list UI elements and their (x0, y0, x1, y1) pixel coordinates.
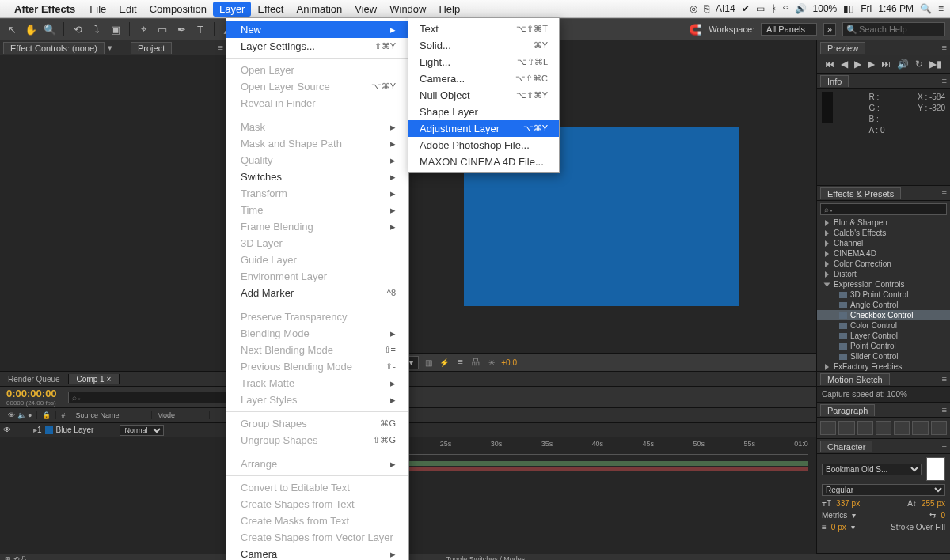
layer-menu-switches[interactable]: Switches▸ (226, 168, 408, 185)
layer-menu-add-marker[interactable]: Add Marker^8 (226, 285, 408, 301)
fx-item-angle-control[interactable]: Angle Control (817, 300, 950, 310)
effects-search[interactable]: ⌕▾ (820, 203, 947, 215)
fx-cat-color-correction[interactable]: Color Correction (817, 259, 950, 269)
fx-item-3d-point-control[interactable]: 3D Point Control (817, 289, 950, 300)
layer-menu-camera[interactable]: Camera▸ (226, 546, 408, 560)
tracking-value[interactable]: 0 (940, 511, 945, 520)
camera-tool[interactable]: ▣ (108, 22, 123, 36)
workspace-chevron[interactable]: » (823, 23, 836, 36)
fx-item-slider-control[interactable]: Slider Control (817, 351, 950, 361)
snap-icon[interactable]: 🧲 (688, 22, 702, 36)
prev-frame-button[interactable]: ◀ (841, 59, 848, 70)
audio-button[interactable]: 🔊 (897, 59, 909, 70)
justify-right-button[interactable] (912, 421, 928, 435)
ram-preview-button[interactable]: ▶▮ (929, 59, 942, 70)
next-frame-button[interactable]: ▶ (868, 59, 875, 70)
notification-icon[interactable]: ◎ (690, 3, 697, 14)
fx-cat-channel[interactable]: Channel (817, 238, 950, 248)
tab-preview[interactable]: Preview (820, 42, 865, 54)
new-submenu-text[interactable]: Text⌥⇧⌘T (408, 21, 559, 37)
exposure-value[interactable]: +0.0 (501, 358, 517, 367)
menu-animation[interactable]: Animation (290, 2, 348, 17)
help-search[interactable]: 🔍 (842, 22, 945, 36)
menu-help[interactable]: Help (432, 2, 466, 17)
zoom-tool[interactable]: 🔍 (43, 22, 57, 36)
justify-center-button[interactable] (894, 421, 910, 435)
ai-icon[interactable]: AI 14 (716, 3, 735, 14)
tab-effects[interactable]: Effects & Presets (820, 187, 901, 199)
menu-effect[interactable]: Effect (251, 2, 290, 17)
new-submenu-solid-[interactable]: Solid...⌘Y (408, 37, 559, 54)
tab-character[interactable]: Character (820, 441, 872, 452)
bluetooth-icon[interactable]: ᚼ (771, 3, 777, 14)
hand-tool[interactable]: ✋ (24, 22, 38, 36)
layer-new-submenu[interactable]: Text⌥⇧⌘TSolid...⌘YLight...⌥⇧⌘LCamera...⌥… (408, 17, 560, 173)
orbit-tool[interactable]: ⟲ (70, 22, 85, 36)
exposure-reset-icon[interactable]: ✳ (485, 358, 498, 367)
tab-project[interactable]: Project (131, 42, 172, 54)
new-submenu-maxon-cinema-4d-file-[interactable]: MAXON CINEMA 4D File... (408, 153, 559, 170)
tab-effect-controls[interactable]: Effect Controls: (none) (3, 42, 104, 54)
play-button[interactable]: ▶ (854, 59, 861, 70)
menu-view[interactable]: View (348, 2, 383, 17)
font-size-value[interactable]: 337 px (836, 499, 860, 508)
new-submenu-shape-layer[interactable]: Shape Layer (408, 104, 559, 120)
volume-icon[interactable]: 🔊 (795, 3, 807, 14)
sync-icon[interactable]: ✔ (742, 3, 750, 14)
text-fill-swatch[interactable] (926, 457, 945, 481)
fx-item-layer-control[interactable]: Layer Control (817, 331, 950, 341)
layer-menu-new[interactable]: New▸ (226, 21, 408, 38)
new-submenu-null-object[interactable]: Null Object⌥⇧⌘Y (408, 87, 559, 104)
align-left-button[interactable] (820, 421, 836, 435)
panel-menu-icon[interactable]: ≡ (218, 43, 223, 52)
justify-all-button[interactable] (931, 421, 947, 435)
tab-info[interactable]: Info (820, 75, 849, 87)
menu-composition[interactable]: Composition (143, 2, 213, 17)
fx-cat-expression-controls[interactable]: Expression Controls (817, 279, 950, 289)
menu-edit[interactable]: Edit (112, 2, 142, 17)
stroke-order-select[interactable]: Stroke Over Fill (891, 523, 945, 532)
visibility-toggle[interactable]: 👁 (3, 426, 11, 434)
fx-item-point-control[interactable]: Point Control (817, 341, 950, 351)
align-center-button[interactable] (838, 421, 854, 435)
pen-tool[interactable]: ✒ (174, 22, 188, 36)
tab-paragraph[interactable]: Paragraph (820, 404, 875, 416)
menu-window[interactable]: Window (383, 2, 432, 17)
rotate-tool[interactable]: ⤵ (89, 22, 104, 36)
tab-motion-sketch[interactable]: Motion Sketch (820, 373, 890, 385)
spotlight-icon[interactable]: 🔍 (920, 3, 932, 14)
preview-menu-icon[interactable]: ≡ (942, 43, 947, 52)
fx-cat-fxfactory-freebies[interactable]: FxFactory Freebies (817, 361, 950, 372)
fast-preview-icon[interactable]: ⚡ (438, 358, 450, 367)
kerning-select[interactable]: Metrics (822, 511, 847, 520)
new-submenu-adobe-photoshop-file-[interactable]: Adobe Photoshop File... (408, 137, 559, 153)
tab-comp1[interactable]: Comp 1 × (69, 374, 120, 384)
new-submenu-light-[interactable]: Light...⌥⇧⌘L (408, 54, 559, 70)
last-frame-button[interactable]: ⏭ (881, 59, 891, 70)
current-timecode[interactable]: 0:00:00:00 (6, 388, 57, 399)
menu-layer[interactable]: Layer (213, 2, 252, 17)
anchor-tool[interactable]: ⌖ (136, 22, 150, 36)
comp-flow-icon[interactable]: 品 (469, 357, 482, 368)
fx-cat-caleb-s-effects[interactable]: Caleb's Effects (817, 228, 950, 238)
display-icon[interactable]: ▭ (756, 3, 765, 14)
blend-mode-select[interactable]: Normal (120, 425, 164, 436)
font-style-select[interactable]: Regular (822, 484, 945, 496)
font-family-select[interactable]: Bookman Old S... (822, 464, 922, 475)
align-right-button[interactable] (857, 421, 873, 435)
fx-cat-blur-sharpen[interactable]: Blur & Sharpen (817, 218, 950, 228)
fx-cat-cinema-4d[interactable]: CINEMA 4D (817, 248, 950, 259)
fx-item-color-control[interactable]: Color Control (817, 320, 950, 331)
effects-tree[interactable]: Blur & SharpenCaleb's EffectsChannelCINE… (817, 218, 950, 382)
loop-button[interactable]: ↻ (915, 59, 923, 70)
help-search-input[interactable] (857, 24, 941, 35)
layer-name[interactable]: Blue Layer (56, 426, 120, 434)
text-tool[interactable]: T (193, 22, 207, 36)
info-menu-icon[interactable]: ≡ (942, 76, 947, 85)
fx-item-checkbox-control[interactable]: Checkbox Control (817, 310, 950, 320)
layer-menu-dropdown[interactable]: New▸Layer Settings...⇧⌘YOpen LayerOpen L… (226, 17, 409, 560)
cc-icon[interactable]: ⎘ (704, 3, 709, 14)
fx-cat-distort[interactable]: Distort (817, 269, 950, 279)
wifi-icon[interactable]: ⌔ (783, 3, 788, 14)
menu-extra-icon[interactable]: ≡ (938, 3, 944, 14)
